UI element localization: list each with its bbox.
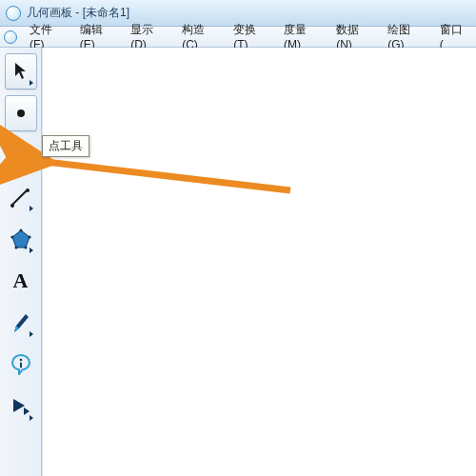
submenu-indicator-icon [30,331,33,337]
tool-custom[interactable] [5,388,37,425]
submenu-indicator-icon [30,248,33,253]
tool-select[interactable] [5,53,37,89]
tool-line[interactable] [5,179,37,215]
svg-point-3 [24,246,27,248]
svg-point-6 [19,359,22,362]
window-title: 几何画板 - [未命名1] [27,5,129,21]
tool-point[interactable] [5,95,37,131]
information-icon [10,354,31,375]
svg-point-2 [28,235,30,238]
submenu-indicator-icon [30,415,33,421]
svg-rect-7 [20,363,22,368]
svg-marker-0 [12,230,30,248]
submenu-indicator-icon [30,80,33,86]
drawing-canvas[interactable] [42,48,476,476]
compass-circle-icon: + [10,145,31,166]
tooltip-point-tool: 点工具 [42,135,89,157]
tool-text[interactable]: A [5,263,37,299]
menu-bar: 文件(F) 编辑(E) 显示(D) 构造(C) 变换(T) 度量(M) 数据(N… [0,27,476,48]
tool-compass[interactable]: + [5,137,37,173]
polygon-icon [10,228,31,249]
svg-point-1 [19,228,22,231]
svg-point-5 [10,235,13,238]
submenu-indicator-icon [30,206,33,211]
app-icon [6,6,21,21]
custom-tool-icon [11,397,30,416]
tool-palette: + A [0,48,42,476]
svg-point-4 [14,246,17,248]
text-icon: A [13,268,29,293]
tool-polygon[interactable] [5,221,37,257]
tool-marker[interactable] [5,305,37,341]
arrow-cursor-icon [12,61,30,82]
tool-info[interactable] [5,347,37,383]
point-icon [17,109,25,117]
doc-icon [4,30,16,44]
marker-pen-icon [10,311,31,334]
